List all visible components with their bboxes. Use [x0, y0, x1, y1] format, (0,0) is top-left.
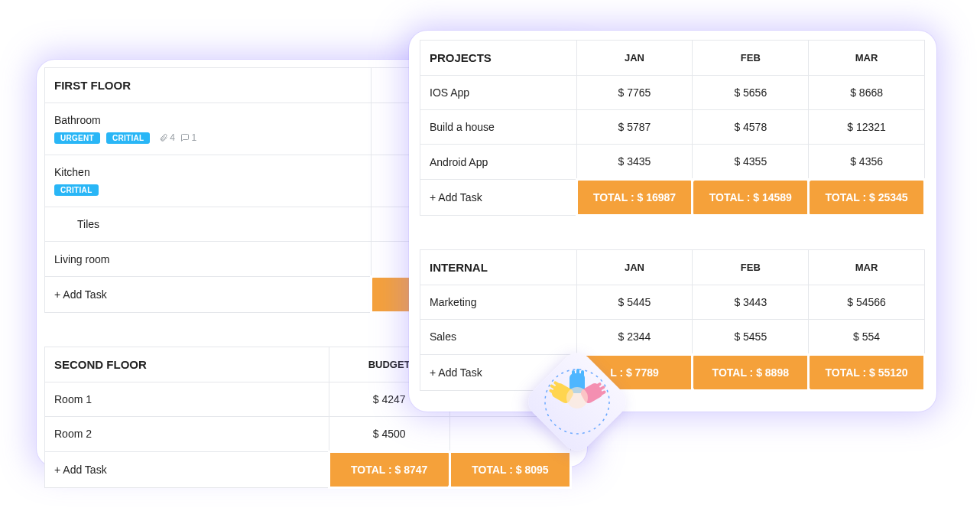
svg-rect-2: [572, 370, 575, 378]
table-row[interactable]: Room 2 $ 4500: [45, 416, 571, 451]
internal-table: INTERNAL JAN FEB MAR Marketing $ 5445 $ …: [420, 249, 926, 392]
col-header: MAR: [809, 41, 925, 76]
comment-count: 1: [180, 132, 196, 143]
right-panel: PROJECTS JAN FEB MAR IOS App $ 7765 $ 56…: [409, 31, 936, 412]
section-title: SECOND FLOOR: [45, 347, 329, 382]
table-row[interactable]: IOS App $ 7765 $ 5656 $ 8668: [420, 76, 925, 110]
attachment-count: 4: [159, 132, 177, 143]
task-name: Room 1: [45, 382, 329, 416]
col-header: MAR: [809, 249, 925, 285]
task-name: Living room: [45, 242, 372, 277]
projects-table: PROJECTS JAN FEB MAR IOS App $ 7765 $ 56…: [420, 40, 926, 249]
comment-icon: [180, 133, 190, 142]
add-task-button[interactable]: + Add Task: [45, 277, 372, 313]
badge-critical: CRITIAL: [106, 132, 151, 144]
add-task-button[interactable]: + Add Task: [45, 451, 329, 487]
add-task-button[interactable]: + Add Task: [420, 180, 577, 216]
task-name: IOS App: [420, 76, 577, 110]
total-cell: TOTAL : $ 8095: [449, 451, 570, 487]
total-cell: TOTAL : $ 8747: [329, 451, 449, 487]
budget-cell: $ 4500: [329, 416, 449, 451]
table-row[interactable]: Sales $ 2344 $ 5455 $ 554: [420, 319, 925, 354]
section-title: INTERNAL: [420, 249, 577, 285]
table-row[interactable]: Build a house $ 5787 $ 4578 $ 12321: [420, 110, 925, 145]
section-title: PROJECTS: [420, 41, 577, 76]
total-cell: TOTAL : $ 14589: [693, 180, 809, 216]
task-name: Tiles: [45, 207, 372, 242]
task-name: Kitchen: [54, 166, 362, 178]
col-header: FEB: [693, 41, 809, 76]
badge-critical: CRITIAL: [54, 184, 99, 196]
total-cell: TOTAL : $ 8898: [693, 354, 809, 390]
task-name: Build a house: [420, 110, 577, 145]
task-name: Android App: [420, 145, 577, 180]
task-name: Sales: [420, 319, 577, 354]
col-header: JAN: [576, 41, 693, 76]
task-name: Bathroom: [54, 114, 362, 126]
paperclip-icon: [159, 133, 168, 142]
col-header: JAN: [576, 249, 693, 285]
badge-urgent: URGENT: [54, 132, 100, 144]
total-cell: TOTAL : $ 16987: [576, 180, 693, 216]
section-title: FIRST FLOOR: [45, 68, 372, 103]
table-row[interactable]: Marketing $ 5445 $ 3443 $ 54566: [420, 285, 925, 319]
total-cell: TOTAL : $ 25345: [809, 180, 925, 216]
task-name: Room 2: [45, 416, 329, 451]
table-row[interactable]: Android App $ 3435 $ 4355 $ 4356: [420, 145, 925, 180]
svg-rect-3: [576, 369, 579, 378]
handshake-icon: [527, 352, 627, 451]
svg-rect-4: [581, 370, 584, 378]
svg-point-13: [566, 387, 588, 408]
col-header: FEB: [693, 249, 809, 285]
task-name: Marketing: [420, 285, 577, 319]
total-cell: TOTAL : $ 55120: [809, 354, 925, 390]
